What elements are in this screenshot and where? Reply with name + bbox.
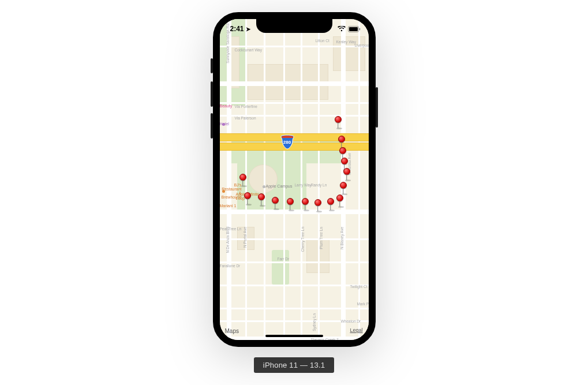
map-view[interactable]: 280 Apple Campus Apple Infinite Loop BJ'… bbox=[220, 19, 369, 340]
map-pin[interactable] bbox=[272, 197, 279, 204]
status-left: 2:41 ➤ bbox=[227, 23, 250, 33]
street-label: Kenley Way bbox=[336, 40, 356, 44]
map-pin[interactable] bbox=[314, 199, 321, 206]
road bbox=[358, 19, 360, 340]
street-label: Mark Pl bbox=[357, 302, 370, 306]
map-pin[interactable] bbox=[335, 116, 342, 123]
street-label: Liverpool bbox=[355, 43, 370, 47]
street-label: Larry Way bbox=[295, 183, 312, 187]
road bbox=[220, 238, 369, 240]
street-label: Twilight Ct bbox=[350, 285, 368, 289]
street-label: Sydney Ln bbox=[312, 313, 316, 331]
poi-hotel-label: Hotel bbox=[220, 122, 229, 126]
road bbox=[220, 337, 369, 341]
map-pin[interactable] bbox=[340, 182, 347, 189]
notch bbox=[256, 19, 332, 33]
volume-down-button[interactable] bbox=[211, 113, 213, 139]
legal-link[interactable]: Legal bbox=[350, 327, 362, 333]
map-pin[interactable] bbox=[287, 198, 294, 205]
road bbox=[220, 81, 369, 86]
svg-rect-1 bbox=[349, 27, 358, 31]
street-label: Via Paterson bbox=[235, 116, 256, 120]
status-right bbox=[338, 24, 362, 32]
highway-shield-icon: 280 bbox=[280, 134, 295, 149]
map-pin[interactable] bbox=[343, 168, 350, 175]
street-label: Wheaton Dr bbox=[341, 319, 361, 323]
mute-switch[interactable] bbox=[211, 58, 213, 73]
street-label: Cherry Tree Ln bbox=[301, 227, 305, 252]
location-services-icon: ➤ bbox=[246, 26, 250, 32]
road bbox=[220, 102, 369, 104]
battery-icon bbox=[348, 26, 361, 32]
device-frame: 2:41 ➤ bbox=[213, 12, 376, 347]
map-pin[interactable] bbox=[341, 158, 348, 165]
street-label: Litton Ct bbox=[316, 39, 329, 43]
poi-apple-campus-icon[interactable] bbox=[263, 185, 265, 188]
volume-up-button[interactable] bbox=[211, 81, 213, 107]
street-label: N Portal Ave bbox=[243, 227, 247, 248]
phone-screen: 2:41 ➤ bbox=[213, 12, 376, 347]
map-pin[interactable] bbox=[244, 192, 251, 199]
simulator-caption: iPhone 11 — 13.1 bbox=[254, 357, 334, 373]
highway-number: 280 bbox=[280, 140, 295, 145]
street-label: Randy Ln bbox=[311, 183, 327, 187]
home-indicator[interactable] bbox=[265, 335, 323, 337]
road bbox=[283, 19, 285, 340]
park-area bbox=[272, 250, 289, 285]
map-pin[interactable] bbox=[327, 198, 334, 205]
svg-rect-2 bbox=[359, 28, 360, 30]
street-label: N Blaney Ave bbox=[340, 227, 344, 249]
street-label: Farallone Dr bbox=[220, 264, 241, 268]
road bbox=[318, 19, 320, 340]
power-button[interactable] bbox=[376, 87, 378, 128]
status-time: 2:41 bbox=[230, 25, 244, 33]
road bbox=[220, 261, 369, 263]
map-pin[interactable] bbox=[239, 174, 246, 181]
street-label: Cockcunart Way bbox=[235, 48, 262, 52]
street-label: Plum Tree Ln bbox=[319, 227, 323, 249]
street-label: Via Porterfine bbox=[235, 104, 257, 109]
poi-mariani-label: Mariani 1 bbox=[220, 204, 237, 208]
road bbox=[220, 210, 369, 214]
street-label: Stevens Creek 7 bbox=[311, 338, 339, 342]
map-pin[interactable] bbox=[302, 198, 309, 205]
road bbox=[264, 19, 265, 340]
building bbox=[249, 165, 278, 193]
poi-beauty-label: Beauty bbox=[220, 104, 233, 108]
street-label: Pear Tree Ln bbox=[220, 227, 242, 231]
map-pin[interactable] bbox=[258, 193, 265, 200]
road bbox=[220, 46, 369, 47]
road bbox=[220, 285, 369, 286]
wifi-icon bbox=[338, 26, 346, 32]
poi-apple-campus-label: Apple Campus bbox=[266, 184, 293, 188]
street-label: Farr Dr bbox=[278, 257, 290, 261]
road bbox=[220, 308, 369, 309]
map-pin[interactable] bbox=[339, 147, 346, 154]
poi-bj-restaurant-label: BJ's Restaurant & Brewhouse bbox=[220, 183, 242, 199]
maps-attribution: Maps bbox=[224, 328, 239, 334]
road bbox=[227, 19, 231, 340]
maps-provider-label: Maps bbox=[225, 328, 239, 334]
road bbox=[301, 19, 302, 340]
map-pin[interactable] bbox=[338, 136, 345, 143]
map-pin[interactable] bbox=[336, 195, 343, 201]
